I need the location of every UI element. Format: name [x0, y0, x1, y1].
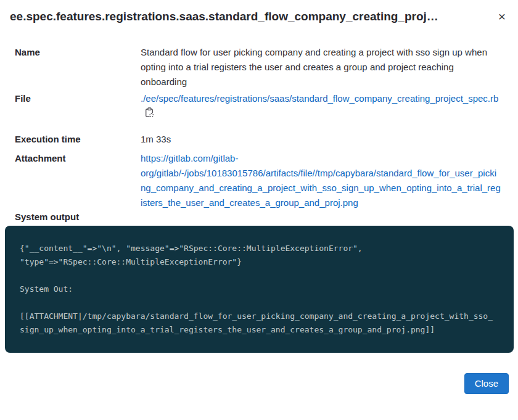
modal-body: Name Standard flow for user picking comp…	[0, 25, 518, 224]
field-row-execution-time: Execution time 1m 33s	[15, 132, 501, 147]
name-value: Standard flow for user picking company a…	[141, 45, 501, 89]
field-row-name: Name Standard flow for user picking comp…	[15, 45, 501, 89]
name-label: Name	[15, 45, 141, 60]
attachment-value: https://gitlab.com/gitlab-org/gitlab/-/j…	[141, 151, 501, 210]
close-icon[interactable]: ×	[495, 9, 509, 24]
execution-time-label: Execution time	[15, 132, 141, 147]
close-button[interactable]: Close	[464, 373, 509, 394]
attachment-label: Attachment	[15, 151, 141, 166]
execution-time-value: 1m 33s	[141, 132, 501, 147]
modal-footer: Close	[0, 373, 518, 394]
file-label: File	[15, 91, 141, 106]
field-row-file: File ./ee/spec/features/registrations/sa…	[15, 91, 501, 121]
file-value: ./ee/spec/features/registrations/saas/st…	[141, 91, 501, 121]
system-output-code-block: {"__content__"=>"\n", "message"=>"RSpec:…	[5, 226, 514, 353]
modal-header: ee.spec.features.registrations.saas.stan…	[0, 0, 518, 25]
modal-title: ee.spec.features.registrations.saas.stan…	[10, 9, 490, 25]
copy-file-path-button[interactable]	[145, 107, 154, 118]
system-output-heading: System output	[15, 210, 501, 224]
field-row-attachment: Attachment https://gitlab.com/gitlab-org…	[15, 151, 501, 210]
copy-to-clipboard-icon	[145, 110, 154, 120]
test-case-details-modal: ee.spec.features.registrations.saas.stan…	[0, 0, 518, 420]
file-path-link[interactable]: ./ee/spec/features/registrations/saas/st…	[141, 93, 498, 104]
attachment-url-link[interactable]: https://gitlab.com/gitlab-org/gitlab/-/j…	[141, 153, 501, 208]
